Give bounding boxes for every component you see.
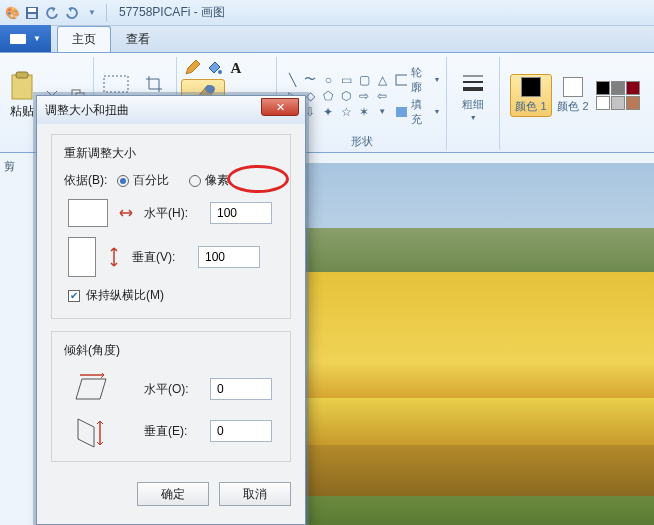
radio-pixel[interactable]: 像素	[189, 172, 229, 189]
tab-home[interactable]: 主页	[57, 26, 111, 52]
undo-icon[interactable]	[44, 5, 60, 21]
paste-button[interactable]: 粘贴	[8, 71, 36, 120]
svg-rect-3	[12, 75, 32, 99]
cancel-button[interactable]: 取消	[219, 482, 291, 506]
shape-pentagon-icon[interactable]: ⬠	[319, 88, 337, 104]
redo-icon[interactable]	[64, 5, 80, 21]
shape-rect-icon[interactable]: ▭	[337, 72, 355, 88]
color1-swatch	[521, 77, 541, 97]
shape-star6-icon[interactable]: ✶	[355, 104, 373, 120]
aspect-label: 保持纵横比(M)	[86, 287, 164, 304]
stroke-width-button[interactable]: 粗细 ▼	[452, 71, 494, 121]
radio-percent-indicator	[117, 175, 129, 187]
svg-rect-18	[396, 107, 407, 117]
color1-button[interactable]: 颜色 1	[510, 74, 552, 117]
radio-pixel-indicator	[189, 175, 201, 187]
save-icon[interactable]	[24, 5, 40, 21]
tab-view-label: 查看	[126, 31, 150, 48]
palette-swatch[interactable]	[626, 96, 640, 110]
vertical-v-input[interactable]	[198, 246, 260, 268]
vertical-e-label: 垂直(E):	[144, 423, 200, 440]
shape-star4-icon[interactable]: ✦	[319, 104, 337, 120]
group-colors: 颜色 1 颜色 2	[500, 57, 650, 150]
by-label: 依据(B):	[64, 172, 107, 189]
shape-leftarrow-icon[interactable]: ⇦	[373, 88, 391, 104]
radio-pixel-label: 像素	[205, 172, 229, 189]
dialog-title: 调整大小和扭曲	[45, 102, 129, 119]
svg-rect-4	[16, 72, 28, 78]
radio-percent[interactable]: 百分比	[117, 172, 169, 189]
pencil-icon	[184, 60, 200, 76]
shapes-more-icon[interactable]: ▼	[373, 104, 391, 120]
shape-oval-icon[interactable]: ○	[319, 72, 337, 88]
resize-horizontal-icon	[68, 199, 108, 227]
paste-icon	[8, 71, 36, 101]
qat-dropdown-icon[interactable]: ▼	[84, 5, 100, 21]
outline-label: 轮廓	[411, 65, 429, 95]
text-tool[interactable]: A	[225, 57, 247, 79]
tab-view[interactable]: 查看	[111, 26, 165, 52]
shape-roundrect-icon[interactable]: ▢	[355, 72, 373, 88]
dialog-titlebar[interactable]: 调整大小和扭曲 ✕	[37, 96, 305, 124]
bucket-icon	[206, 60, 222, 76]
ribbon-tab-row: ▼ 主页 查看	[0, 26, 654, 53]
tab-home-label: 主页	[72, 31, 96, 48]
svg-rect-2	[28, 14, 36, 18]
stroke-label: 粗细	[462, 97, 484, 112]
cancel-label: 取消	[243, 486, 267, 503]
shapes-group-label: 形状	[351, 134, 373, 150]
crop-button[interactable]	[136, 73, 172, 95]
palette-swatch[interactable]	[596, 81, 610, 95]
resize-legend: 重新调整大小	[64, 145, 278, 162]
color2-label: 颜色 2	[557, 99, 588, 114]
skew-horizontal-icon	[68, 373, 108, 405]
file-menu-button[interactable]: ▼	[0, 25, 51, 52]
palette-swatch[interactable]	[611, 81, 625, 95]
shape-curve-icon[interactable]: 〜	[301, 72, 319, 88]
horizontal-h-label: 水平(H):	[144, 205, 200, 222]
vertical-e-input[interactable]	[210, 420, 272, 442]
shape-star5-icon[interactable]: ☆	[337, 104, 355, 120]
shape-polygon-icon[interactable]: △	[373, 72, 391, 88]
resize-skew-dialog: 调整大小和扭曲 ✕ 重新调整大小 依据(B): 百分比 像素	[36, 95, 306, 525]
svg-marker-26	[78, 419, 94, 447]
fill-tool[interactable]	[203, 57, 225, 79]
shape-line-icon[interactable]: ╲	[283, 72, 301, 88]
shape-hexagon-icon[interactable]: ⬡	[337, 88, 355, 104]
palette-swatch[interactable]	[611, 96, 625, 110]
skew-fieldset: 倾斜(角度) 水平(O): 垂直(E):	[51, 331, 291, 462]
color-palette	[596, 81, 640, 110]
dialog-button-row: 确定 取消	[37, 482, 305, 506]
color2-button[interactable]: 颜色 2	[552, 77, 594, 114]
stroke-icon	[461, 71, 485, 95]
select-rect-button[interactable]	[98, 73, 134, 95]
pencil-tool[interactable]	[181, 57, 203, 79]
crop-icon	[145, 75, 163, 93]
paste-label: 粘贴	[10, 103, 34, 120]
palette-swatch[interactable]	[596, 96, 610, 110]
shape-outline-button[interactable]: 轮廓▼	[395, 65, 440, 95]
svg-point-13	[205, 85, 215, 93]
chevron-down-icon: ▼	[33, 34, 41, 43]
horizontal-h-input[interactable]	[210, 202, 272, 224]
horizontal-o-input[interactable]	[210, 378, 272, 400]
dialog-body: 重新调整大小 依据(B): 百分比 像素 水平(H):	[37, 124, 305, 482]
resize-vertical-icon	[68, 237, 96, 277]
group-size: 粗细 ▼	[447, 57, 500, 150]
outline-icon	[395, 74, 407, 86]
aspect-checkbox[interactable]: ✔ 保持纵横比(M)	[68, 287, 164, 304]
svg-point-12	[218, 70, 222, 74]
text-icon: A	[230, 60, 241, 77]
horizontal-o-label: 水平(O):	[144, 381, 200, 398]
palette-swatch[interactable]	[626, 81, 640, 95]
shape-rightarrow-icon[interactable]: ⇨	[355, 88, 373, 104]
resize-fieldset: 重新调整大小 依据(B): 百分比 像素 水平(H):	[51, 134, 291, 319]
clipboard-group-label-truncated: 剪	[4, 159, 15, 174]
fill-label: 填充	[411, 97, 429, 127]
radio-percent-label: 百分比	[133, 172, 169, 189]
shape-fill-button[interactable]: 填充▼	[395, 97, 440, 127]
svg-rect-17	[396, 75, 407, 85]
dialog-close-button[interactable]: ✕	[261, 98, 299, 116]
ok-button[interactable]: 确定	[137, 482, 209, 506]
close-icon: ✕	[276, 101, 285, 114]
